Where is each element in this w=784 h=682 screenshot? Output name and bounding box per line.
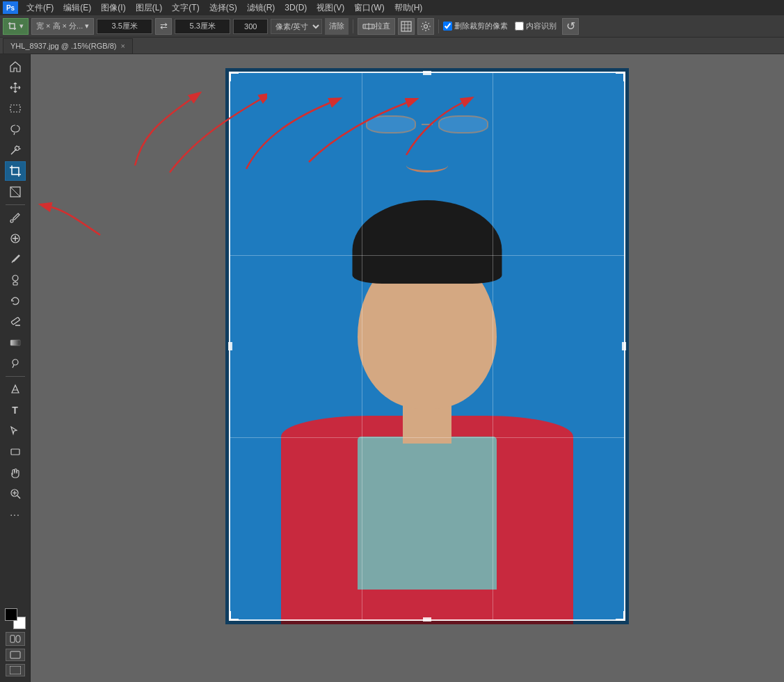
crop-handle-bottom-right[interactable] bbox=[616, 611, 625, 621]
hand-icon bbox=[9, 466, 22, 479]
annotation-arrow-crop-tool bbox=[31, 172, 114, 242]
tool-more[interactable]: ··· bbox=[5, 505, 26, 524]
tool-dodge[interactable] bbox=[5, 354, 26, 373]
menu-3d[interactable]: 3D(D) bbox=[280, 1, 311, 14]
inner-shirt bbox=[358, 437, 497, 590]
crop-handle-top-left[interactable] bbox=[229, 72, 239, 81]
person-figure bbox=[281, 221, 573, 624]
separator-left-1 bbox=[6, 204, 25, 205]
width-input[interactable] bbox=[97, 19, 152, 34]
svg-rect-35 bbox=[10, 635, 15, 642]
delete-cropped-checkbox[interactable] bbox=[443, 22, 452, 31]
marquee-icon bbox=[9, 102, 22, 115]
tool-eyedropper[interactable] bbox=[5, 208, 26, 227]
path-select-icon bbox=[9, 425, 22, 437]
resolution-input[interactable] bbox=[233, 19, 268, 34]
unit-select[interactable]: 像素/英寸 像素/厘米 bbox=[271, 19, 322, 34]
glass-bridge bbox=[422, 124, 433, 125]
menu-edit[interactable]: 编辑(E) bbox=[59, 1, 95, 15]
crop-handle-top-right[interactable] bbox=[616, 72, 625, 81]
svg-point-9 bbox=[424, 24, 428, 28]
menu-file[interactable]: 文件(F) bbox=[22, 1, 58, 15]
svg-point-22 bbox=[13, 275, 18, 281]
grid-overlay-button[interactable] bbox=[398, 18, 415, 35]
svg-rect-30 bbox=[11, 449, 19, 455]
tool-path-select[interactable] bbox=[5, 421, 26, 441]
content-aware-checkbox[interactable] bbox=[515, 22, 524, 31]
clear-button[interactable]: 清除 bbox=[325, 18, 349, 35]
foreground-color-swatch[interactable] bbox=[5, 608, 17, 621]
tool-magic-wand[interactable] bbox=[5, 140, 26, 160]
screen-mode-button[interactable] bbox=[6, 649, 25, 661]
fullscreen-mode-button[interactable] bbox=[6, 664, 25, 676]
tool-eraser[interactable] bbox=[5, 312, 26, 332]
menu-view[interactable]: 视图(V) bbox=[312, 1, 349, 15]
hair bbox=[353, 200, 502, 284]
tool-healing[interactable] bbox=[5, 229, 26, 248]
tool-rectangle[interactable] bbox=[5, 442, 26, 462]
menu-select[interactable]: 选择(S) bbox=[205, 1, 241, 15]
menu-window[interactable]: 窗口(W) bbox=[350, 1, 388, 15]
menu-help[interactable]: 帮助(H) bbox=[390, 1, 427, 15]
eraser-icon bbox=[9, 316, 22, 328]
grid-icon bbox=[401, 21, 412, 32]
dark-overlay-left bbox=[225, 72, 229, 621]
tool-move[interactable] bbox=[5, 78, 26, 97]
svg-line-17 bbox=[10, 187, 20, 197]
zoom-icon bbox=[9, 487, 22, 500]
svg-point-12 bbox=[15, 147, 19, 151]
menu-layer[interactable]: 图层(L) bbox=[131, 1, 167, 15]
tool-crop[interactable] bbox=[5, 161, 26, 181]
reset-button[interactable]: ↺ bbox=[562, 18, 579, 35]
canvas-area[interactable] bbox=[31, 54, 784, 682]
lasso-icon bbox=[9, 123, 22, 136]
history-brush-icon bbox=[9, 295, 22, 307]
tool-hand[interactable] bbox=[5, 463, 26, 482]
crop-handle-bottom-left[interactable] bbox=[229, 611, 239, 621]
height-input[interactable] bbox=[175, 19, 230, 34]
gradient-icon bbox=[9, 336, 22, 349]
tool-pen[interactable] bbox=[5, 380, 26, 399]
tool-perspective-crop[interactable] bbox=[5, 182, 26, 202]
screen-mode-icon bbox=[10, 651, 21, 659]
tool-lasso[interactable] bbox=[5, 120, 26, 139]
home-icon bbox=[9, 60, 22, 73]
crop-mode-button[interactable]: ▾ bbox=[3, 18, 29, 35]
content-aware-text: 内容识别 bbox=[526, 21, 557, 31]
crop-settings-button[interactable] bbox=[417, 18, 434, 35]
tool-gradient[interactable] bbox=[5, 333, 26, 352]
svg-line-32 bbox=[17, 496, 20, 498]
right-lens bbox=[438, 115, 488, 133]
tool-stamp[interactable] bbox=[5, 270, 26, 290]
tool-type[interactable]: T bbox=[5, 400, 26, 420]
straighten-button[interactable]: 拉直 bbox=[358, 18, 395, 35]
crop-tool-icon bbox=[9, 165, 22, 177]
tab-close-button[interactable]: × bbox=[120, 42, 125, 50]
svg-rect-23 bbox=[13, 282, 17, 285]
delete-cropped-label[interactable]: 删除裁剪的像素 bbox=[443, 21, 508, 31]
crop-icon bbox=[8, 22, 17, 31]
menu-image[interactable]: 图像(I) bbox=[97, 1, 129, 15]
dark-overlay-bottom bbox=[225, 621, 629, 624]
color-swatches bbox=[5, 608, 26, 679]
tool-home[interactable] bbox=[5, 57, 26, 76]
menu-text[interactable]: 文字(T) bbox=[168, 1, 203, 15]
left-toolbar: T ··· bbox=[0, 54, 31, 682]
tool-brush[interactable] bbox=[5, 250, 26, 269]
swap-dimensions-button[interactable]: ⇄ bbox=[155, 18, 172, 35]
perspective-crop-icon bbox=[9, 186, 22, 198]
content-aware-label[interactable]: 内容识别 bbox=[515, 21, 557, 31]
pen-icon bbox=[9, 383, 22, 396]
tool-history-brush[interactable] bbox=[5, 291, 26, 311]
document-tab[interactable]: YHL_8937.jpg @ .15%(RGB/8) × bbox=[3, 38, 133, 54]
svg-rect-10 bbox=[10, 105, 20, 112]
foreground-background-swatches[interactable] bbox=[5, 608, 26, 629]
quick-mask-button[interactable] bbox=[6, 632, 25, 646]
tool-zoom[interactable] bbox=[5, 484, 26, 503]
svg-point-18 bbox=[10, 220, 13, 222]
svg-rect-27 bbox=[10, 340, 20, 346]
move-icon bbox=[9, 81, 22, 94]
crop-ratio-dropdown[interactable]: 宽 × 高 × 分... ▾ bbox=[31, 18, 94, 35]
menu-filter[interactable]: 滤镜(R) bbox=[243, 1, 280, 15]
tool-marquee[interactable] bbox=[5, 99, 26, 118]
